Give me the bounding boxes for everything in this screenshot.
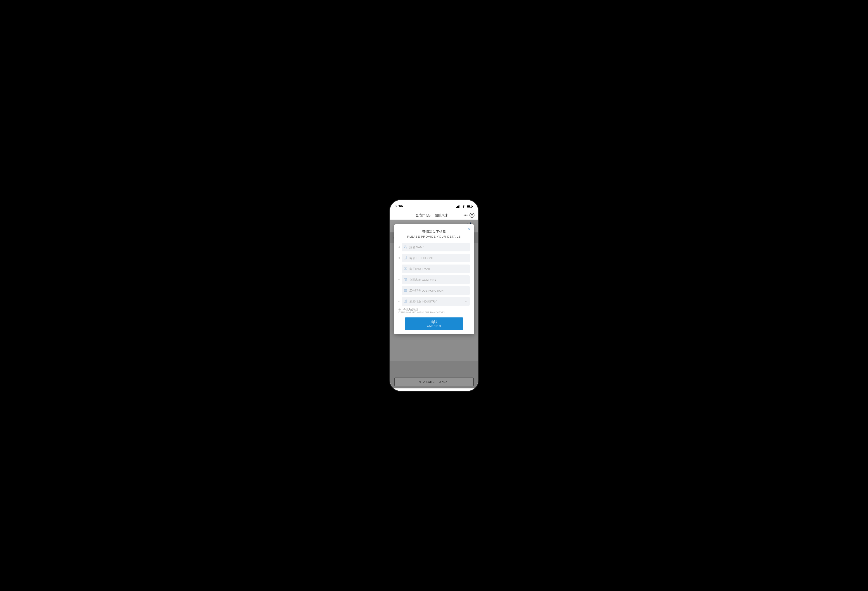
modal-overlay: × 请填写以下信息 PLEASE PROVIDE YOUR DETAILS — [390, 220, 478, 389]
svg-rect-6 — [467, 205, 470, 207]
signal-icon — [456, 205, 461, 208]
status-bar: 2:46 — [390, 200, 478, 211]
name-input[interactable] — [402, 243, 470, 251]
mandatory-note-english: ITEMS MARKED WITH* ARE MANDATORY — [399, 311, 470, 314]
svg-rect-15 — [404, 301, 405, 303]
svg-rect-8 — [404, 267, 407, 270]
telephone-form-row — [399, 254, 470, 262]
person-icon — [404, 245, 407, 250]
svg-rect-16 — [405, 300, 406, 303]
email-icon — [404, 267, 407, 270]
optional-indicator — [399, 290, 400, 291]
status-icons — [456, 205, 472, 208]
required-indicator — [399, 279, 400, 280]
industry-form-row: 所属行业 INDUSTRY ▼ — [399, 297, 470, 306]
name-field-wrapper — [402, 243, 470, 251]
battery-icon — [467, 205, 472, 208]
status-time: 2:46 — [396, 204, 403, 208]
svg-rect-2 — [458, 205, 459, 208]
required-indicator — [399, 247, 400, 248]
confirm-label-chinese: 确认 — [407, 320, 461, 324]
modal-close-button[interactable]: × — [468, 227, 471, 232]
phone-frame: 2:46 全"塑" — [390, 200, 478, 391]
required-indicator — [399, 257, 400, 259]
company-form-row — [399, 275, 470, 284]
svg-rect-12 — [405, 280, 406, 281]
browser-chrome: 全"塑"飞跃，领航未来 ••• — [390, 211, 478, 220]
email-input[interactable] — [402, 264, 470, 273]
confirm-button[interactable]: 确认 CONFIRM — [405, 318, 463, 330]
job-function-field-wrapper — [402, 286, 470, 295]
job-function-form-row — [399, 286, 470, 295]
svg-rect-5 — [472, 206, 472, 207]
svg-rect-17 — [406, 300, 407, 303]
required-indicator — [399, 301, 400, 302]
email-form-row — [399, 264, 470, 273]
page-title: 全"塑"飞跃，领航未来 — [400, 213, 464, 217]
mandatory-note-chinese: 带 * 号项为必填项 — [399, 308, 470, 311]
telephone-field-wrapper — [402, 254, 470, 262]
industry-icon — [404, 300, 407, 303]
svg-rect-10 — [405, 279, 405, 280]
home-indicator — [390, 389, 478, 391]
industry-field-wrapper: 所属行业 INDUSTRY ▼ — [402, 297, 470, 306]
browser-record-button[interactable] — [469, 213, 474, 218]
browser-menu-dots[interactable]: ••• — [464, 213, 468, 218]
confirm-label-english: CONFIRM — [407, 324, 461, 328]
svg-rect-11 — [406, 279, 406, 280]
industry-select[interactable]: 所属行业 INDUSTRY — [402, 297, 470, 306]
phone-icon — [404, 256, 407, 260]
optional-indicator — [399, 268, 400, 269]
svg-rect-0 — [456, 207, 457, 208]
building-icon — [404, 278, 407, 282]
app-background: CHEMISTRY THAT MATTERS™ سابك sabic ⌂ ← B… — [390, 220, 478, 389]
telephone-input[interactable] — [402, 254, 470, 262]
wifi-icon — [462, 205, 465, 208]
svg-rect-1 — [457, 206, 458, 208]
company-input[interactable] — [402, 275, 470, 284]
svg-point-7 — [404, 245, 406, 247]
company-field-wrapper — [402, 275, 470, 284]
record-icon — [471, 214, 473, 216]
modal-title-english: PLEASE PROVIDE YOUR DETAILS — [399, 235, 470, 238]
email-field-wrapper — [402, 264, 470, 273]
svg-rect-3 — [459, 205, 460, 208]
modal-title-chinese: 请填写以下信息 — [399, 230, 470, 234]
job-function-input[interactable] — [402, 286, 470, 295]
mandatory-note: 带 * 号项为必填项 ITEMS MARKED WITH* ARE MANDAT… — [399, 308, 470, 314]
briefcase-icon — [404, 289, 407, 293]
contact-form-modal: × 请填写以下信息 PLEASE PROVIDE YOUR DETAILS — [394, 224, 474, 334]
name-form-row — [399, 243, 470, 251]
